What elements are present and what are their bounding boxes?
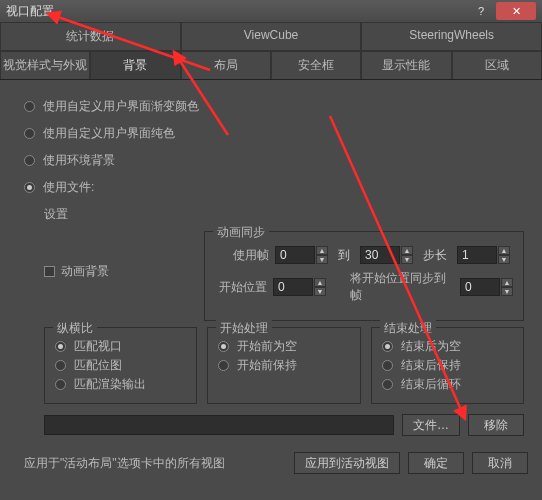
radio-icon bbox=[24, 155, 35, 166]
use-frame-input[interactable] bbox=[275, 246, 315, 264]
anim-bg-checkbox[interactable]: 动画背景 bbox=[44, 263, 204, 280]
radio-icon bbox=[24, 101, 35, 112]
titlebar: 视口配置 ? ✕ bbox=[0, 0, 542, 22]
remove-button[interactable]: 移除 bbox=[468, 414, 524, 436]
tab-layout[interactable]: 布局 bbox=[181, 51, 271, 79]
spinner-btns[interactable]: ▲▼ bbox=[401, 246, 413, 264]
start-proc-opt1-label: 开始前为空 bbox=[237, 338, 297, 355]
spinner-btns[interactable]: ▲▼ bbox=[501, 278, 513, 296]
tab-viewcube[interactable]: ViewCube bbox=[181, 22, 362, 50]
ok-button[interactable]: 确定 bbox=[408, 452, 464, 474]
radio-file[interactable]: 使用文件: bbox=[24, 179, 524, 196]
file-button[interactable]: 文件… bbox=[402, 414, 460, 436]
radio-icon bbox=[382, 341, 393, 352]
radio-gradient[interactable]: 使用自定义用户界面渐变颜色 bbox=[24, 98, 524, 115]
startpos-spinner[interactable]: ▲▼ bbox=[273, 278, 326, 296]
radio-icon bbox=[382, 360, 393, 371]
step-input[interactable] bbox=[457, 246, 497, 264]
end-proc-opt3-label: 结束后循环 bbox=[401, 376, 461, 393]
window-title: 视口配置 bbox=[6, 3, 466, 20]
end-proc-fieldset: 结束处理 结束后为空 结束后保持 结束后循环 bbox=[371, 327, 524, 404]
bottom-bar: 应用于"活动布局"选项卡中的所有视图 应用到活动视图 确定 取消 bbox=[0, 444, 542, 480]
radio-icon bbox=[382, 379, 393, 390]
help-button[interactable]: ? bbox=[468, 3, 494, 19]
radio-icon bbox=[218, 360, 229, 371]
step-label: 步长 bbox=[423, 247, 447, 264]
cancel-button[interactable]: 取消 bbox=[472, 452, 528, 474]
end-proc-opt2-label: 结束后保持 bbox=[401, 357, 461, 374]
radio-label: 使用环境背景 bbox=[43, 152, 115, 169]
aspect-opt1-label: 匹配视口 bbox=[74, 338, 122, 355]
radio-env[interactable]: 使用环境背景 bbox=[24, 152, 524, 169]
startpos-input[interactable] bbox=[273, 278, 313, 296]
tab-steeringwheels[interactable]: SteeringWheels bbox=[361, 22, 542, 50]
radio-icon bbox=[55, 341, 66, 352]
radio-icon bbox=[55, 360, 66, 371]
radio-icon bbox=[218, 341, 229, 352]
settings-label: 设置 bbox=[44, 206, 524, 223]
start-proc-opt2-label: 开始前保持 bbox=[237, 357, 297, 374]
anim-bg-label: 动画背景 bbox=[61, 263, 109, 280]
radio-label: 使用自定义用户界面渐变颜色 bbox=[43, 98, 199, 115]
sync-start-input[interactable] bbox=[460, 278, 500, 296]
spinner-btns[interactable]: ▲▼ bbox=[498, 246, 510, 264]
end-proc-legend: 结束处理 bbox=[380, 320, 436, 337]
aspect-opt1[interactable]: 匹配视口 bbox=[55, 338, 188, 355]
start-proc-opt1[interactable]: 开始前为空 bbox=[218, 338, 351, 355]
aspect-fieldset: 纵横比 匹配视口 匹配位图 匹配渲染输出 bbox=[44, 327, 197, 404]
start-proc-fieldset: 开始处理 开始前为空 开始前保持 bbox=[207, 327, 360, 404]
tab-stats[interactable]: 统计数据 bbox=[0, 22, 181, 50]
radio-icon bbox=[24, 182, 35, 193]
aspect-opt3[interactable]: 匹配渲染输出 bbox=[55, 376, 188, 393]
aspect-opt3-label: 匹配渲染输出 bbox=[74, 376, 146, 393]
anim-sync-legend: 动画同步 bbox=[213, 224, 269, 241]
sync-start-spinner[interactable]: ▲▼ bbox=[460, 278, 513, 296]
apply-active-button[interactable]: 应用到活动视图 bbox=[294, 452, 400, 474]
start-proc-legend: 开始处理 bbox=[216, 320, 272, 337]
end-proc-opt1-label: 结束后为空 bbox=[401, 338, 461, 355]
aspect-legend: 纵横比 bbox=[53, 320, 97, 337]
spinner-btns[interactable]: ▲▼ bbox=[314, 278, 326, 296]
tab-region[interactable]: 区域 bbox=[452, 51, 542, 79]
radio-label: 使用文件: bbox=[43, 179, 94, 196]
use-frame-spinner[interactable]: ▲▼ bbox=[275, 246, 328, 264]
start-proc-opt2[interactable]: 开始前保持 bbox=[218, 357, 351, 374]
tabs-top: 统计数据 ViewCube SteeringWheels bbox=[0, 22, 542, 51]
settings-area: 设置 动画背景 动画同步 使用帧 ▲▼ 到 bbox=[44, 206, 524, 436]
spinner-btns[interactable]: ▲▼ bbox=[316, 246, 328, 264]
checkbox-icon bbox=[44, 266, 55, 277]
close-button[interactable]: ✕ bbox=[496, 2, 536, 20]
aspect-opt2[interactable]: 匹配位图 bbox=[55, 357, 188, 374]
aspect-opt2-label: 匹配位图 bbox=[74, 357, 122, 374]
sync-start-label: 将开始位置同步到帧 bbox=[350, 270, 454, 304]
tab-display-perf[interactable]: 显示性能 bbox=[361, 51, 451, 79]
tab-visual-style[interactable]: 视觉样式与外观 bbox=[0, 51, 90, 79]
tab-safeframe[interactable]: 安全框 bbox=[271, 51, 361, 79]
end-proc-opt3[interactable]: 结束后循环 bbox=[382, 376, 515, 393]
bottom-hint: 应用于"活动布局"选项卡中的所有视图 bbox=[14, 455, 286, 472]
radio-solid[interactable]: 使用自定义用户界面纯色 bbox=[24, 125, 524, 142]
startpos-label: 开始位置 bbox=[215, 279, 267, 296]
end-proc-opt2[interactable]: 结束后保持 bbox=[382, 357, 515, 374]
radio-label: 使用自定义用户界面纯色 bbox=[43, 125, 175, 142]
content-panel: 使用自定义用户界面渐变颜色 使用自定义用户界面纯色 使用环境背景 使用文件: 设… bbox=[0, 80, 542, 444]
tab-background[interactable]: 背景 bbox=[90, 51, 180, 79]
radio-icon bbox=[55, 379, 66, 390]
radio-icon bbox=[24, 128, 35, 139]
anim-sync-fieldset: 动画同步 使用帧 ▲▼ 到 ▲▼ 步长 ▲▼ bbox=[204, 231, 524, 321]
to-input[interactable] bbox=[360, 246, 400, 264]
file-path-input[interactable] bbox=[44, 415, 394, 435]
end-proc-opt1[interactable]: 结束后为空 bbox=[382, 338, 515, 355]
to-label: 到 bbox=[338, 247, 350, 264]
to-spinner[interactable]: ▲▼ bbox=[360, 246, 413, 264]
use-frame-label: 使用帧 bbox=[215, 247, 269, 264]
tabs-bottom: 视觉样式与外观 背景 布局 安全框 显示性能 区域 bbox=[0, 51, 542, 80]
step-spinner[interactable]: ▲▼ bbox=[457, 246, 510, 264]
